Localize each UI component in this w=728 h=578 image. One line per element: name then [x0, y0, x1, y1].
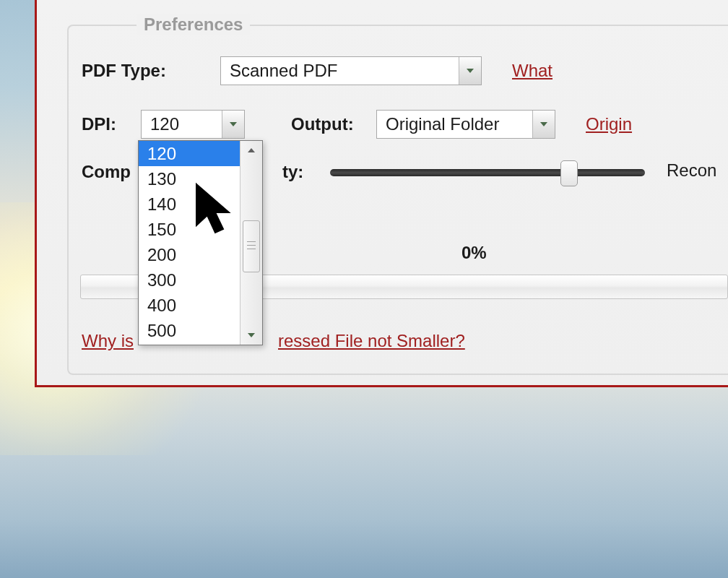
pdf-type-value: Scanned PDF: [221, 61, 459, 81]
output-combo[interactable]: Original Folder: [376, 110, 555, 139]
fieldset-legend: Preferences: [136, 14, 250, 35]
pdf-type-row: PDF Type: Scanned PDF What: [82, 56, 552, 85]
scroll-down-button[interactable]: [240, 326, 262, 345]
pdf-type-dropdown-button[interactable]: [459, 57, 481, 85]
slider-track: [330, 169, 645, 176]
dpi-combo[interactable]: 120: [141, 110, 245, 139]
dpi-options-list: 120 130 140 150 200 300 400 500: [139, 141, 240, 345]
dpi-dropdown-button[interactable]: [222, 111, 244, 138]
quality-slider[interactable]: [330, 166, 645, 179]
dpi-option[interactable]: 500: [139, 318, 240, 343]
chevron-down-icon: [230, 122, 237, 126]
pdf-type-label: PDF Type:: [82, 61, 220, 81]
dpi-option[interactable]: 300: [139, 267, 240, 293]
dpi-output-row: DPI: 120 Output: Original Folder Origin: [82, 110, 632, 139]
dpi-option[interactable]: 200: [139, 242, 240, 267]
quality-right-text: Recon: [667, 160, 716, 181]
chevron-down-icon: [540, 122, 547, 126]
output-dropdown-button[interactable]: [532, 111, 555, 138]
scroll-thumb[interactable]: [243, 220, 260, 272]
slider-thumb[interactable]: [560, 160, 578, 186]
pdf-type-help-link[interactable]: What: [512, 61, 552, 81]
pdf-type-combo[interactable]: Scanned PDF: [220, 56, 482, 85]
compression-quality-row: Comp ty:: [82, 162, 131, 182]
dpi-option[interactable]: 120: [139, 141, 240, 166]
chevron-down-icon: [467, 69, 474, 73]
dropdown-scrollbar[interactable]: [240, 141, 262, 345]
dpi-label: DPI:: [82, 114, 141, 134]
chevron-down-icon: [248, 333, 255, 337]
chevron-up-icon: [248, 148, 255, 152]
bottom-link-prefix[interactable]: Why is: [82, 331, 134, 351]
output-value: Original Folder: [377, 114, 532, 134]
progress-text: 0%: [462, 243, 487, 263]
quality-label-prefix: Comp: [82, 162, 131, 182]
dpi-option[interactable]: 400: [139, 293, 240, 318]
bottom-link-suffix[interactable]: ressed File not Smaller?: [278, 331, 465, 351]
dpi-value: 120: [142, 114, 222, 134]
quality-label-suffix: ty:: [282, 162, 303, 182]
dpi-option[interactable]: 150: [139, 217, 240, 242]
scroll-up-button[interactable]: [240, 141, 262, 160]
output-help-link[interactable]: Origin: [586, 114, 632, 134]
dpi-option[interactable]: 140: [139, 191, 240, 217]
dpi-dropdown-list[interactable]: 120 130 140 150 200 300 400 500: [138, 140, 263, 345]
output-label: Output:: [291, 114, 376, 134]
dpi-option[interactable]: 130: [139, 166, 240, 191]
